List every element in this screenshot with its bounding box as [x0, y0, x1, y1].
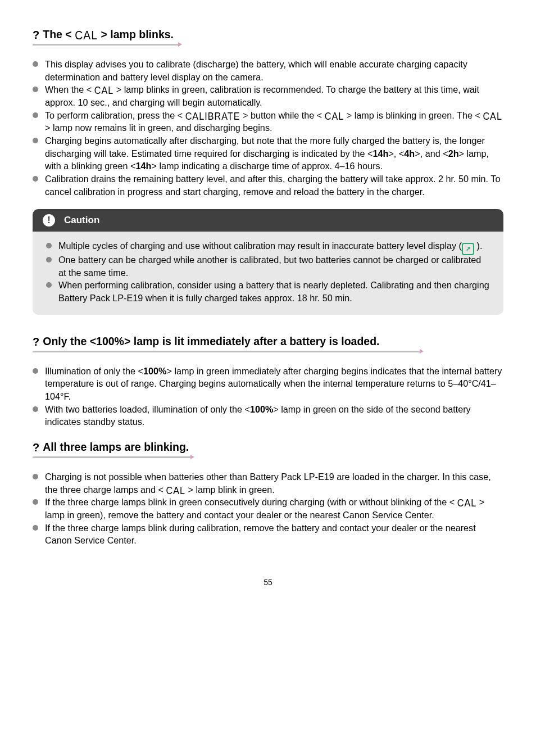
section-2-heading: ? Only the <100%> lamp is lit immediatel…: [33, 334, 503, 350]
heading-underline: [33, 351, 420, 352]
section-1-list: This display advises you to calibrate (d…: [33, 58, 503, 198]
list-item: With two batteries loaded, illumination …: [45, 403, 503, 428]
s1-heading-pre: The <: [43, 28, 71, 40]
s3-heading: All three lamps are blinking.: [43, 440, 189, 455]
list-item: Charging begins automatically after disc…: [45, 134, 503, 173]
cal-glyph: CAL: [75, 26, 98, 44]
list-item: Illumination of only the <100%> lamp in …: [45, 365, 503, 403]
list-item: If the three charge lamps blink in green…: [45, 496, 503, 521]
section-3-heading: ? All three lamps are blinking.: [33, 440, 503, 455]
caution-list: Multiple cycles of charging and use with…: [46, 239, 490, 304]
section-2-list: Illumination of only the <100%> lamp in …: [33, 365, 503, 428]
list-item: Calibration drains the remaining battery…: [45, 173, 503, 198]
list-item: If the three charge lamps blink during c…: [45, 522, 503, 547]
section-3-list: Charging is not possible when batteries …: [33, 470, 503, 547]
list-item: Charging is not possible when batteries …: [45, 470, 503, 496]
question-mark-icon: ?: [33, 334, 39, 350]
section-1-heading: ? The < CAL > lamp blinks.: [33, 27, 503, 43]
cal-glyph: CAL: [325, 108, 344, 123]
cal-glyph: CAL: [483, 108, 502, 123]
cal-glyph: CAL: [94, 83, 114, 98]
cal-glyph: CAL: [457, 496, 477, 510]
heading-underline: [33, 44, 179, 46]
s2-heading: Only the <100%> lamp is lit immediately …: [43, 334, 379, 349]
list-item: When the < CAL > lamp blinks in green, c…: [45, 83, 503, 108]
page-number: 55: [33, 577, 503, 588]
s1-heading-post: > lamp blinks.: [101, 28, 174, 40]
list-item: This display advises you to calibrate (d…: [45, 58, 503, 83]
caution-box: ! Caution Multiple cycles of charging an…: [33, 209, 503, 314]
caution-header: ! Caution: [33, 209, 503, 232]
calibrate-glyph: CALIBRATE: [185, 108, 240, 123]
list-item: One battery can be charged while another…: [58, 253, 490, 279]
list-item: To perform calibration, press the < CALI…: [45, 109, 503, 134]
list-item: Multiple cycles of charging and use with…: [58, 239, 490, 253]
exclamation-icon: !: [43, 214, 55, 227]
cal-glyph: CAL: [166, 483, 186, 497]
list-item: When performing calibration, consider us…: [58, 279, 490, 304]
caution-title: Caution: [64, 214, 99, 227]
question-mark-icon: ?: [33, 440, 39, 455]
heading-underline: [33, 456, 191, 458]
question-mark-icon: ?: [33, 27, 39, 43]
